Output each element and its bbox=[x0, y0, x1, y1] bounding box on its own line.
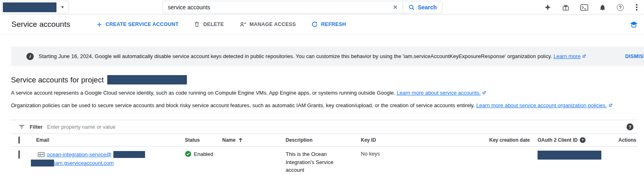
status-text: Enabled bbox=[194, 151, 213, 157]
external-link-icon bbox=[482, 90, 486, 96]
gemini-icon[interactable] bbox=[544, 4, 551, 11]
delete-button[interactable]: DELETE bbox=[194, 21, 224, 28]
banner-message: Starting June 16, 2024, Google will auto… bbox=[39, 53, 586, 60]
filter-bar: Filter ? bbox=[11, 120, 637, 134]
top-bar: ▾ ✕ Search ? bbox=[0, 0, 644, 15]
policy-paragraph: Organization policies can be used to sec… bbox=[11, 102, 644, 109]
create-service-account-button[interactable]: CREATE SERVICE ACCOUNT bbox=[96, 22, 179, 28]
dismiss-button[interactable]: DISMISS bbox=[625, 54, 644, 59]
search-input[interactable] bbox=[168, 4, 388, 11]
oauth-client-id-cell bbox=[538, 150, 618, 161]
project-heading-redaction bbox=[107, 75, 187, 84]
status-ok-icon bbox=[185, 151, 191, 157]
table-row: ocean-integration-service@ iam.gservicea… bbox=[11, 147, 637, 175]
project-name-redaction bbox=[3, 2, 56, 12]
email-link[interactable]: ocean-integration-service@ bbox=[47, 150, 111, 159]
cloud-shell-icon[interactable] bbox=[580, 4, 588, 11]
main-content: Service accounts for project A service a… bbox=[0, 75, 644, 175]
intro-paragraph: A service account represents a Google Cl… bbox=[11, 90, 644, 96]
col-actions: Actions bbox=[618, 137, 637, 143]
email-redaction bbox=[113, 151, 145, 158]
oauth-help-icon[interactable]: ? bbox=[580, 137, 585, 143]
manage-access-button[interactable]: MANAGE ACCESS bbox=[239, 22, 296, 28]
service-account-icon bbox=[38, 151, 45, 158]
row-checkbox[interactable] bbox=[18, 150, 20, 159]
global-search: ✕ Search bbox=[163, 1, 442, 13]
notifications-icon[interactable] bbox=[599, 4, 606, 11]
trash-icon bbox=[194, 21, 200, 28]
col-key-creation-date: Key creation date bbox=[489, 137, 538, 143]
oauth-client-id-redaction bbox=[538, 151, 601, 160]
info-icon: i bbox=[26, 53, 34, 60]
search-field[interactable]: ✕ bbox=[163, 1, 403, 13]
chevron-down-icon: ▾ bbox=[61, 5, 64, 9]
search-icon bbox=[408, 4, 415, 11]
search-button[interactable]: Search bbox=[403, 1, 442, 13]
refresh-button[interactable]: REFRESH bbox=[311, 21, 346, 28]
select-all-checkbox[interactable] bbox=[18, 136, 20, 144]
email-domain-link[interactable]: iam.gserviceaccount.com bbox=[54, 159, 114, 167]
refresh-icon bbox=[311, 21, 318, 28]
page-title: Service accounts bbox=[11, 20, 70, 29]
external-link-icon bbox=[582, 54, 586, 60]
banner-learn-more-link[interactable]: Learn more bbox=[553, 53, 586, 59]
col-status: Status bbox=[185, 137, 222, 143]
col-description: Description bbox=[286, 137, 361, 143]
filter-label: Filter bbox=[30, 124, 43, 130]
filter-input[interactable] bbox=[47, 124, 622, 130]
col-name[interactable]: Name bbox=[222, 137, 286, 143]
status-cell: Enabled bbox=[185, 150, 222, 157]
col-key-id: Key ID bbox=[361, 137, 489, 143]
search-button-label: Search bbox=[418, 4, 437, 11]
close-icon[interactable]: ✕ bbox=[392, 4, 398, 10]
row-actions-button[interactable] bbox=[618, 150, 637, 160]
sort-ascending-icon[interactable] bbox=[238, 137, 243, 143]
intro-learn-more-link[interactable]: Learn more about service accounts. bbox=[397, 90, 486, 96]
section-heading: Service accounts for project bbox=[11, 75, 644, 84]
email-redaction bbox=[31, 160, 54, 166]
email-cell: ocean-integration-service@ iam.gservicea… bbox=[36, 150, 185, 167]
help-icon[interactable]: ? bbox=[617, 4, 624, 11]
filter-help-icon[interactable]: ? bbox=[627, 123, 633, 130]
info-banner: i Starting June 16, 2024, Google will au… bbox=[11, 47, 644, 66]
plus-icon bbox=[96, 22, 102, 28]
table-header-row: Email Status Name Description Key ID Key… bbox=[11, 134, 637, 147]
more-menu-icon[interactable] bbox=[634, 6, 639, 8]
col-email: Email bbox=[36, 137, 185, 143]
topbar-icons: ? bbox=[544, 0, 639, 15]
person-add-icon bbox=[239, 22, 246, 28]
key-id-text: No keys bbox=[361, 150, 489, 157]
gift-icon[interactable] bbox=[562, 4, 570, 11]
filter-icon bbox=[18, 123, 25, 130]
policy-learn-more-link[interactable]: Learn more about service account organiz… bbox=[476, 102, 613, 108]
tutorial-icon[interactable] bbox=[629, 21, 638, 28]
project-selector[interactable]: ▾ bbox=[1, 1, 69, 13]
external-link-icon bbox=[608, 103, 613, 109]
service-accounts-table: Filter ? Email Status Name Description K… bbox=[11, 120, 637, 175]
col-oauth-client-id: OAuth 2 Client ID ? bbox=[538, 137, 618, 143]
description-text: This is the Ocean Integration's Service … bbox=[286, 150, 336, 174]
page-toolbar: Service accounts CREATE SERVICE ACCOUNT … bbox=[0, 15, 644, 35]
